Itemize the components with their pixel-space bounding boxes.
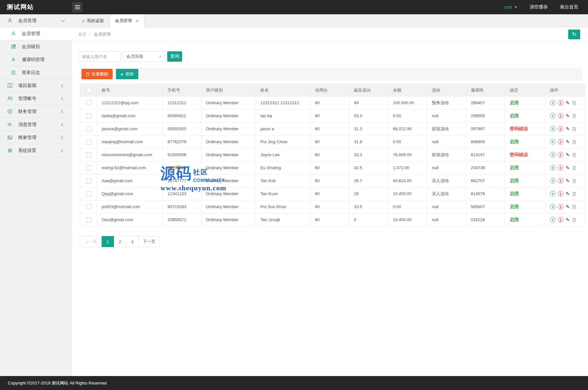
pagination-page-3[interactable]: 3 bbox=[126, 236, 139, 247]
sidebar-item-project-news[interactable]: 项目新闻 bbox=[0, 79, 72, 92]
deduct-dollar-icon[interactable]: $ bbox=[558, 100, 563, 106]
deduct-dollar-icon[interactable]: $ bbox=[558, 165, 563, 170]
deduct-dollar-icon[interactable]: $ bbox=[558, 113, 563, 119]
recharge-yen-icon[interactable]: ¥ bbox=[550, 139, 556, 145]
cell-credit: 60 bbox=[310, 122, 349, 135]
recharge-yen-icon[interactable]: ¥ bbox=[550, 178, 556, 183]
recharge-yen-icon[interactable]: ¥ bbox=[550, 152, 556, 157]
sidebar-subitem-login-log[interactable]: 登录日志 bbox=[0, 66, 72, 79]
edit-pencil-icon[interactable]: ✎ bbox=[566, 165, 570, 170]
cell-carbon: 53.3 bbox=[349, 109, 388, 122]
breadcrumb-separator: / bbox=[90, 32, 91, 37]
cell-phone: 86208286 bbox=[163, 161, 201, 174]
add-button[interactable]: + 添加 bbox=[116, 69, 138, 79]
delete-trash-icon[interactable] bbox=[572, 205, 576, 209]
recharge-yen-icon[interactable]: ¥ bbox=[550, 191, 556, 196]
hamburger-menu-icon[interactable] bbox=[72, 2, 82, 12]
edit-pencil-icon[interactable]: ✎ bbox=[566, 139, 570, 144]
pagination-page-2[interactable]: 2 bbox=[114, 236, 126, 247]
row-checkbox[interactable] bbox=[86, 204, 91, 209]
recharge-yen-icon[interactable]: ¥ bbox=[550, 165, 556, 170]
cell-level: Ordinary Member bbox=[201, 135, 256, 148]
row-checkbox[interactable] bbox=[86, 191, 91, 196]
deduct-dollar-icon[interactable]: $ bbox=[558, 139, 563, 145]
pagination-prev[interactable]: 上一页 bbox=[80, 236, 102, 247]
delete-trash-icon[interactable] bbox=[572, 179, 576, 183]
batch-delete-button[interactable]: 批量删除 bbox=[81, 69, 113, 79]
edit-pencil-icon[interactable]: ✎ bbox=[566, 217, 570, 222]
sidebar-subitem-member-level[interactable]: 会员级别 bbox=[0, 40, 72, 53]
edit-pencil-icon[interactable]: ✎ bbox=[566, 126, 570, 131]
recharge-yen-icon[interactable]: ¥ bbox=[550, 204, 556, 209]
table-row: 12312312@qq.com 12312312 Ordinary Member… bbox=[80, 96, 585, 109]
sidebar-item-system-settings[interactable]: 系统设置 bbox=[0, 144, 72, 157]
cell-balance: 0.00 bbox=[388, 135, 427, 148]
delete-trash-icon[interactable] bbox=[572, 140, 576, 144]
clear-cache-link[interactable]: 清空缓存 bbox=[530, 4, 548, 10]
edit-pencil-icon[interactable]: ✎ bbox=[566, 178, 570, 183]
row-checkbox[interactable] bbox=[86, 100, 91, 106]
row-checkbox[interactable] bbox=[86, 165, 91, 170]
sidebar-subitem-member-management[interactable]: 会员管理 bbox=[0, 27, 72, 40]
deduct-dollar-icon[interactable]: $ bbox=[558, 191, 563, 196]
select-all-checkbox[interactable] bbox=[86, 88, 91, 93]
trash-icon bbox=[86, 72, 90, 76]
front-home-link[interactable]: 前台首页 bbox=[560, 4, 578, 10]
recharge-yen-icon[interactable]: ¥ bbox=[550, 217, 556, 222]
cell-balance: 66,022.90 bbox=[388, 122, 427, 135]
row-operations: ¥ $ ✎ bbox=[550, 191, 583, 196]
recharge-yen-icon[interactable]: ¥ bbox=[550, 113, 556, 119]
cell-invite: 662707 bbox=[466, 174, 505, 187]
cell-account: xiaojinq@hotmail.com bbox=[97, 135, 163, 148]
pagination-page-1[interactable]: 1 bbox=[102, 236, 114, 247]
cell-invite: 814197 bbox=[466, 148, 505, 161]
row-checkbox[interactable] bbox=[86, 217, 91, 222]
deduct-dollar-icon[interactable]: $ bbox=[558, 217, 563, 222]
delete-trash-icon[interactable] bbox=[572, 218, 576, 222]
sidebar-item-merchants[interactable]: 商家管理 bbox=[0, 131, 72, 144]
close-tab-icon[interactable]: ✕ bbox=[135, 19, 139, 23]
user-dropdown[interactable]: root ▼ bbox=[504, 5, 517, 10]
username-input[interactable] bbox=[78, 51, 121, 62]
cell-invite: 846905 bbox=[466, 135, 505, 148]
row-checkbox[interactable] bbox=[86, 178, 91, 183]
edit-pencil-icon[interactable]: ✎ bbox=[566, 113, 570, 118]
deduct-dollar-icon[interactable]: $ bbox=[558, 204, 563, 209]
sidebar-subitem-invite-code[interactable]: 邀请码管理 bbox=[0, 53, 72, 66]
status-badge: 启用 bbox=[510, 217, 519, 222]
edit-pencil-icon[interactable]: ✎ bbox=[566, 152, 570, 157]
search-button[interactable]: 查询 bbox=[167, 51, 182, 62]
recharge-yen-icon[interactable]: ¥ bbox=[550, 126, 556, 132]
gear-icon bbox=[7, 148, 13, 153]
row-checkbox[interactable] bbox=[86, 126, 91, 132]
edit-pencil-icon[interactable]: ✎ bbox=[566, 100, 570, 105]
delete-trash-icon[interactable] bbox=[572, 192, 576, 196]
cell-credit: 60 bbox=[310, 148, 349, 161]
tab-member-management[interactable]: 会员管理 ✕ bbox=[109, 14, 144, 27]
row-checkbox[interactable] bbox=[86, 152, 91, 157]
recharge-yen-icon[interactable]: ¥ bbox=[550, 100, 556, 106]
breadcrumb-home[interactable]: 首页 bbox=[78, 31, 87, 37]
row-checkbox[interactable] bbox=[86, 139, 91, 145]
member-level-select[interactable]: 会员等级 ▼ bbox=[123, 51, 165, 62]
edit-pencil-icon[interactable]: ✎ bbox=[566, 191, 570, 196]
delete-trash-icon[interactable] bbox=[572, 166, 576, 170]
refresh-button[interactable]: ↻ bbox=[568, 30, 580, 39]
row-checkbox[interactable] bbox=[86, 113, 91, 119]
delete-trash-icon[interactable] bbox=[572, 101, 576, 105]
pagination-next[interactable]: 下一页 bbox=[139, 236, 160, 247]
tab-my-desktop[interactable]: ⌂ 我的桌面 bbox=[77, 14, 109, 27]
edit-pencil-icon[interactable]: ✎ bbox=[566, 204, 570, 209]
delete-trash-icon[interactable] bbox=[572, 127, 576, 131]
deduct-dollar-icon[interactable]: $ bbox=[558, 126, 563, 132]
sidebar-item-finance[interactable]: 财务管理 bbox=[0, 105, 72, 118]
deduct-dollar-icon[interactable]: $ bbox=[558, 178, 563, 183]
sidebar-item-member-management[interactable]: 会员管理 bbox=[0, 14, 72, 27]
delete-trash-icon[interactable] bbox=[572, 153, 576, 157]
sidebar-item-admin-accounts[interactable]: 管理帐号 bbox=[0, 92, 72, 105]
delete-trash-icon[interactable] bbox=[572, 114, 576, 118]
deduct-dollar-icon[interactable]: $ bbox=[558, 152, 563, 157]
sidebar-item-messages[interactable]: 消息管理 bbox=[0, 118, 72, 131]
cell-frozen: null bbox=[427, 109, 466, 122]
cell-phone: 87762079 bbox=[163, 135, 201, 148]
